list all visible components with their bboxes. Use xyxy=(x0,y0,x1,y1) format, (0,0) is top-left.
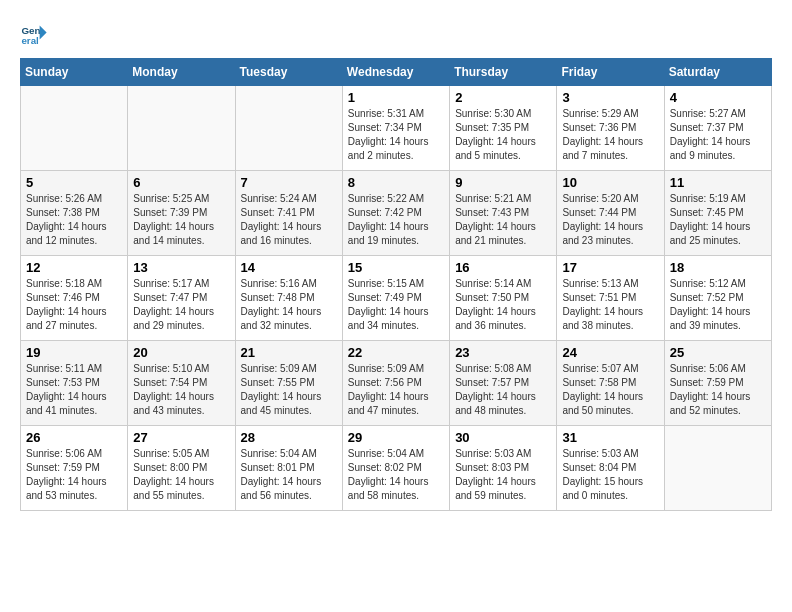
day-info: Sunrise: 5:22 AM Sunset: 7:42 PM Dayligh… xyxy=(348,192,444,248)
day-info: Sunrise: 5:21 AM Sunset: 7:43 PM Dayligh… xyxy=(455,192,551,248)
day-info: Sunrise: 5:06 AM Sunset: 7:59 PM Dayligh… xyxy=(26,447,122,503)
calendar-cell: 19Sunrise: 5:11 AM Sunset: 7:53 PM Dayli… xyxy=(21,341,128,426)
day-number: 16 xyxy=(455,260,551,275)
day-number: 5 xyxy=(26,175,122,190)
calendar-cell xyxy=(664,426,771,511)
day-number: 21 xyxy=(241,345,337,360)
calendar-cell: 25Sunrise: 5:06 AM Sunset: 7:59 PM Dayli… xyxy=(664,341,771,426)
day-number: 18 xyxy=(670,260,766,275)
calendar-cell: 14Sunrise: 5:16 AM Sunset: 7:48 PM Dayli… xyxy=(235,256,342,341)
calendar-cell: 1Sunrise: 5:31 AM Sunset: 7:34 PM Daylig… xyxy=(342,86,449,171)
day-number: 6 xyxy=(133,175,229,190)
day-info: Sunrise: 5:26 AM Sunset: 7:38 PM Dayligh… xyxy=(26,192,122,248)
day-info: Sunrise: 5:19 AM Sunset: 7:45 PM Dayligh… xyxy=(670,192,766,248)
day-info: Sunrise: 5:15 AM Sunset: 7:49 PM Dayligh… xyxy=(348,277,444,333)
day-info: Sunrise: 5:27 AM Sunset: 7:37 PM Dayligh… xyxy=(670,107,766,163)
calendar-cell: 11Sunrise: 5:19 AM Sunset: 7:45 PM Dayli… xyxy=(664,171,771,256)
calendar-cell: 8Sunrise: 5:22 AM Sunset: 7:42 PM Daylig… xyxy=(342,171,449,256)
column-header-saturday: Saturday xyxy=(664,59,771,86)
day-number: 7 xyxy=(241,175,337,190)
calendar-cell: 5Sunrise: 5:26 AM Sunset: 7:38 PM Daylig… xyxy=(21,171,128,256)
day-number: 1 xyxy=(348,90,444,105)
calendar-cell: 18Sunrise: 5:12 AM Sunset: 7:52 PM Dayli… xyxy=(664,256,771,341)
day-info: Sunrise: 5:06 AM Sunset: 7:59 PM Dayligh… xyxy=(670,362,766,418)
day-number: 30 xyxy=(455,430,551,445)
calendar-cell: 26Sunrise: 5:06 AM Sunset: 7:59 PM Dayli… xyxy=(21,426,128,511)
day-info: Sunrise: 5:25 AM Sunset: 7:39 PM Dayligh… xyxy=(133,192,229,248)
column-header-sunday: Sunday xyxy=(21,59,128,86)
day-info: Sunrise: 5:14 AM Sunset: 7:50 PM Dayligh… xyxy=(455,277,551,333)
day-info: Sunrise: 5:04 AM Sunset: 8:01 PM Dayligh… xyxy=(241,447,337,503)
day-number: 19 xyxy=(26,345,122,360)
calendar-cell: 20Sunrise: 5:10 AM Sunset: 7:54 PM Dayli… xyxy=(128,341,235,426)
day-number: 29 xyxy=(348,430,444,445)
day-number: 12 xyxy=(26,260,122,275)
day-info: Sunrise: 5:11 AM Sunset: 7:53 PM Dayligh… xyxy=(26,362,122,418)
day-number: 10 xyxy=(562,175,658,190)
column-header-thursday: Thursday xyxy=(450,59,557,86)
day-number: 24 xyxy=(562,345,658,360)
calendar-cell: 31Sunrise: 5:03 AM Sunset: 8:04 PM Dayli… xyxy=(557,426,664,511)
day-info: Sunrise: 5:29 AM Sunset: 7:36 PM Dayligh… xyxy=(562,107,658,163)
day-number: 20 xyxy=(133,345,229,360)
week-row-4: 19Sunrise: 5:11 AM Sunset: 7:53 PM Dayli… xyxy=(21,341,772,426)
day-number: 27 xyxy=(133,430,229,445)
day-info: Sunrise: 5:30 AM Sunset: 7:35 PM Dayligh… xyxy=(455,107,551,163)
column-header-friday: Friday xyxy=(557,59,664,86)
calendar-cell: 3Sunrise: 5:29 AM Sunset: 7:36 PM Daylig… xyxy=(557,86,664,171)
calendar-cell xyxy=(128,86,235,171)
day-number: 23 xyxy=(455,345,551,360)
calendar-cell: 21Sunrise: 5:09 AM Sunset: 7:55 PM Dayli… xyxy=(235,341,342,426)
calendar-cell: 4Sunrise: 5:27 AM Sunset: 7:37 PM Daylig… xyxy=(664,86,771,171)
day-info: Sunrise: 5:16 AM Sunset: 7:48 PM Dayligh… xyxy=(241,277,337,333)
week-row-5: 26Sunrise: 5:06 AM Sunset: 7:59 PM Dayli… xyxy=(21,426,772,511)
day-number: 28 xyxy=(241,430,337,445)
calendar-cell: 28Sunrise: 5:04 AM Sunset: 8:01 PM Dayli… xyxy=(235,426,342,511)
day-info: Sunrise: 5:09 AM Sunset: 7:56 PM Dayligh… xyxy=(348,362,444,418)
calendar-cell: 16Sunrise: 5:14 AM Sunset: 7:50 PM Dayli… xyxy=(450,256,557,341)
day-info: Sunrise: 5:10 AM Sunset: 7:54 PM Dayligh… xyxy=(133,362,229,418)
calendar-cell: 15Sunrise: 5:15 AM Sunset: 7:49 PM Dayli… xyxy=(342,256,449,341)
day-info: Sunrise: 5:07 AM Sunset: 7:58 PM Dayligh… xyxy=(562,362,658,418)
day-info: Sunrise: 5:24 AM Sunset: 7:41 PM Dayligh… xyxy=(241,192,337,248)
column-header-tuesday: Tuesday xyxy=(235,59,342,86)
day-number: 26 xyxy=(26,430,122,445)
calendar-cell: 23Sunrise: 5:08 AM Sunset: 7:57 PM Dayli… xyxy=(450,341,557,426)
calendar-cell: 7Sunrise: 5:24 AM Sunset: 7:41 PM Daylig… xyxy=(235,171,342,256)
day-info: Sunrise: 5:04 AM Sunset: 8:02 PM Dayligh… xyxy=(348,447,444,503)
day-info: Sunrise: 5:03 AM Sunset: 8:03 PM Dayligh… xyxy=(455,447,551,503)
day-info: Sunrise: 5:31 AM Sunset: 7:34 PM Dayligh… xyxy=(348,107,444,163)
day-info: Sunrise: 5:09 AM Sunset: 7:55 PM Dayligh… xyxy=(241,362,337,418)
day-number: 13 xyxy=(133,260,229,275)
day-number: 15 xyxy=(348,260,444,275)
calendar-table: SundayMondayTuesdayWednesdayThursdayFrid… xyxy=(20,58,772,511)
day-info: Sunrise: 5:13 AM Sunset: 7:51 PM Dayligh… xyxy=(562,277,658,333)
logo-icon: Gen eral xyxy=(20,20,48,48)
day-info: Sunrise: 5:17 AM Sunset: 7:47 PM Dayligh… xyxy=(133,277,229,333)
day-number: 25 xyxy=(670,345,766,360)
week-row-2: 5Sunrise: 5:26 AM Sunset: 7:38 PM Daylig… xyxy=(21,171,772,256)
day-info: Sunrise: 5:05 AM Sunset: 8:00 PM Dayligh… xyxy=(133,447,229,503)
day-number: 11 xyxy=(670,175,766,190)
calendar-header-row: SundayMondayTuesdayWednesdayThursdayFrid… xyxy=(21,59,772,86)
calendar-cell: 12Sunrise: 5:18 AM Sunset: 7:46 PM Dayli… xyxy=(21,256,128,341)
column-header-monday: Monday xyxy=(128,59,235,86)
day-number: 2 xyxy=(455,90,551,105)
day-info: Sunrise: 5:12 AM Sunset: 7:52 PM Dayligh… xyxy=(670,277,766,333)
calendar-cell: 2Sunrise: 5:30 AM Sunset: 7:35 PM Daylig… xyxy=(450,86,557,171)
day-number: 3 xyxy=(562,90,658,105)
day-number: 14 xyxy=(241,260,337,275)
calendar-cell: 10Sunrise: 5:20 AM Sunset: 7:44 PM Dayli… xyxy=(557,171,664,256)
day-info: Sunrise: 5:18 AM Sunset: 7:46 PM Dayligh… xyxy=(26,277,122,333)
calendar-cell: 17Sunrise: 5:13 AM Sunset: 7:51 PM Dayli… xyxy=(557,256,664,341)
calendar-cell xyxy=(21,86,128,171)
calendar-cell: 9Sunrise: 5:21 AM Sunset: 7:43 PM Daylig… xyxy=(450,171,557,256)
column-header-wednesday: Wednesday xyxy=(342,59,449,86)
day-info: Sunrise: 5:20 AM Sunset: 7:44 PM Dayligh… xyxy=(562,192,658,248)
day-number: 31 xyxy=(562,430,658,445)
calendar-cell: 6Sunrise: 5:25 AM Sunset: 7:39 PM Daylig… xyxy=(128,171,235,256)
logo: Gen eral xyxy=(20,20,50,48)
day-number: 9 xyxy=(455,175,551,190)
day-number: 8 xyxy=(348,175,444,190)
calendar-cell: 29Sunrise: 5:04 AM Sunset: 8:02 PM Dayli… xyxy=(342,426,449,511)
